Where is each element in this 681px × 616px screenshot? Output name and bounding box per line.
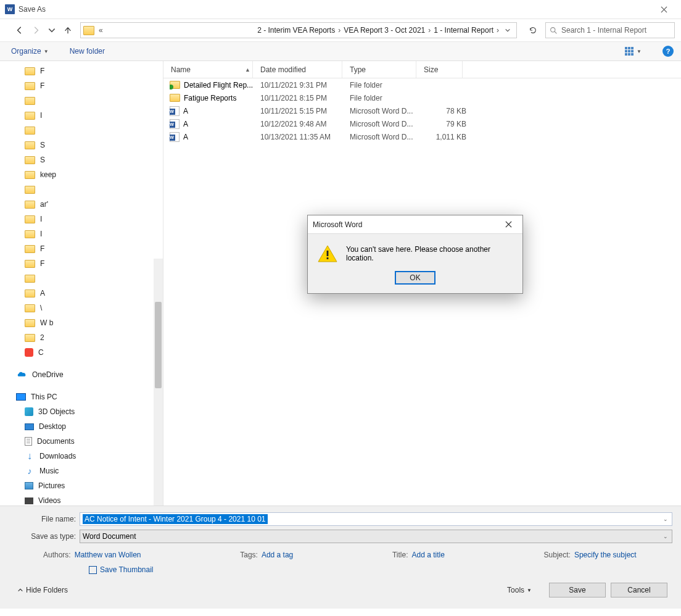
cancel-button[interactable]: Cancel xyxy=(611,583,667,597)
error-dialog: Microsoft Word You can't save here. Plea… xyxy=(307,215,523,294)
title-input[interactable]: Add a title xyxy=(412,551,445,559)
authors-value[interactable]: Matthew van Wollen xyxy=(75,551,141,559)
sidebar-item[interactable]: 2 xyxy=(0,330,163,345)
address-dropdown[interactable] xyxy=(501,24,514,36)
folder-icon xyxy=(170,94,180,102)
sidebar-item[interactable]: F xyxy=(0,241,163,256)
svg-point-2 xyxy=(551,27,555,31)
recent-dropdown[interactable] xyxy=(44,23,59,38)
save-thumbnail-label[interactable]: Save Thumbnail xyxy=(100,565,154,574)
sidebar-scrollbar[interactable] xyxy=(154,259,163,506)
breadcrumb-segment[interactable]: VEA Report 3 - Oct 2021 xyxy=(343,26,426,35)
document-icon xyxy=(25,437,32,446)
sidebar-item[interactable]: \ xyxy=(0,301,163,315)
file-name: Fatigue Reports xyxy=(184,94,236,102)
tags-label: Tags: xyxy=(240,551,258,559)
svg-line-3 xyxy=(555,31,556,33)
sidebar-item[interactable]: S xyxy=(0,138,163,152)
tags-input[interactable]: Add a tag xyxy=(262,551,293,559)
file-row[interactable]: A10/12/2021 9:48 AMMicrosoft Word D...79… xyxy=(163,117,681,130)
savetype-select[interactable]: Word Document ⌄ xyxy=(80,530,672,543)
file-date: 10/13/2021 11:35 AM xyxy=(260,133,350,141)
sidebar-item[interactable]: ar' xyxy=(0,197,163,212)
sidebar-item-desktop[interactable]: Desktop xyxy=(0,419,163,434)
new-folder-button[interactable]: New folder xyxy=(66,45,109,57)
sidebar-item-music[interactable]: ♪Music xyxy=(0,464,163,478)
file-row[interactable]: Detailed Flight Rep...10/11/2021 9:31 PM… xyxy=(163,78,681,91)
help-button[interactable]: ? xyxy=(662,46,674,57)
dialog-ok-button[interactable]: OK xyxy=(395,271,435,285)
sidebar-item[interactable] xyxy=(0,123,163,138)
dropdown-caret-icon[interactable]: ⌄ xyxy=(663,516,668,522)
breadcrumb-segment[interactable]: 2 - Interim VEA Reports xyxy=(257,26,336,35)
forward-button[interactable] xyxy=(28,23,43,38)
sidebar-item[interactable]: W b xyxy=(0,315,163,330)
sidebar-item-videos[interactable]: Videos xyxy=(0,493,163,506)
tools-menu[interactable]: Tools ▼ xyxy=(507,586,532,594)
subject-input[interactable]: Specify the subject xyxy=(574,551,637,559)
sidebar-item[interactable]: F xyxy=(0,256,163,271)
sidebar-item[interactable]: S xyxy=(0,152,163,167)
file-row[interactable]: A10/11/2021 5:15 PMMicrosoft Word D...78… xyxy=(163,104,681,117)
sidebar-item-downloads[interactable]: ↓Downloads xyxy=(0,449,163,464)
sidebar-item[interactable]: C xyxy=(0,345,163,360)
navigation-bar: « 2 - Interim VEA Reports › VEA Report 3… xyxy=(0,19,681,41)
navigation-tree[interactable]: FFISSkeepar'IIFFA\W b2 C OneDrive This P… xyxy=(0,61,163,506)
column-headers[interactable]: Name▲ Date modified Type Size xyxy=(163,61,681,78)
dropdown-caret-icon[interactable]: ⌄ xyxy=(663,533,668,539)
sidebar-item-onedrive[interactable]: OneDrive xyxy=(0,367,163,382)
svg-rect-7 xyxy=(327,251,329,256)
svg-rect-8 xyxy=(327,257,329,259)
save-panel: File name: AC Notice of Intent - Winter … xyxy=(0,506,681,609)
folder-icon xyxy=(25,82,35,90)
sidebar-item[interactable]: I xyxy=(0,212,163,227)
column-name: Name▲ xyxy=(163,61,253,78)
address-bar[interactable]: « 2 - Interim VEA Reports › VEA Report 3… xyxy=(80,22,517,38)
file-type: Microsoft Word D... xyxy=(350,133,424,141)
search-input[interactable]: Search 1 - Internal Report xyxy=(545,22,675,38)
save-button[interactable]: Save xyxy=(549,583,606,597)
folder-icon xyxy=(25,304,35,312)
chevron-right-icon[interactable]: › xyxy=(426,26,433,35)
sidebar-item[interactable]: keep xyxy=(0,167,163,182)
word-file-icon xyxy=(170,132,180,142)
back-button[interactable] xyxy=(12,23,27,38)
sidebar-item-thispc[interactable]: This PC xyxy=(0,389,163,404)
sidebar-item[interactable] xyxy=(0,271,163,286)
view-options[interactable]: ▼ xyxy=(625,47,642,56)
sidebar-item[interactable]: F xyxy=(0,64,163,78)
file-row[interactable]: Fatigue Reports10/11/2021 8:15 PMFile fo… xyxy=(163,91,681,104)
dialog-close-button[interactable] xyxy=(499,216,518,233)
sidebar-item[interactable] xyxy=(0,93,163,108)
filename-input[interactable]: AC Notice of Intent - Winter 2021 Group … xyxy=(80,512,672,526)
file-name: A xyxy=(183,120,188,128)
up-button[interactable] xyxy=(60,23,75,38)
sidebar-item[interactable] xyxy=(0,182,163,197)
sidebar-item-pictures[interactable]: Pictures xyxy=(0,478,163,493)
close-button[interactable] xyxy=(651,0,676,19)
file-type: File folder xyxy=(350,81,424,89)
breadcrumb-segment[interactable]: 1 - Internal Report xyxy=(433,26,494,35)
savetype-value: Word Document xyxy=(83,532,136,541)
folder-icon xyxy=(25,319,35,327)
save-thumbnail-checkbox[interactable] xyxy=(89,566,97,574)
sidebar-item[interactable]: I xyxy=(0,227,163,241)
breadcrumb-collapsed[interactable]: « xyxy=(96,26,105,35)
organize-menu[interactable]: Organize ▼ xyxy=(7,45,52,57)
sidebar-item-documents[interactable]: Documents xyxy=(0,434,163,449)
sidebar-item-3dobjects[interactable]: 3D Objects xyxy=(0,404,163,419)
titlebar: W Save As xyxy=(0,0,681,19)
chevron-right-icon[interactable]: › xyxy=(494,26,501,35)
sidebar-item[interactable]: F xyxy=(0,78,163,93)
window-title: Save As xyxy=(19,5,46,14)
word-icon: W xyxy=(5,4,15,14)
sidebar-item[interactable]: I xyxy=(0,108,163,123)
folder-icon xyxy=(25,215,35,223)
file-date: 10/11/2021 5:15 PM xyxy=(260,107,350,115)
hide-folders-toggle[interactable]: Hide Folders xyxy=(17,586,68,594)
chevron-right-icon[interactable]: › xyxy=(336,26,343,35)
folder-icon xyxy=(25,127,35,135)
sidebar-item[interactable]: A xyxy=(0,286,163,301)
file-row[interactable]: A10/13/2021 11:35 AMMicrosoft Word D...1… xyxy=(163,130,681,143)
refresh-button[interactable] xyxy=(524,22,542,38)
